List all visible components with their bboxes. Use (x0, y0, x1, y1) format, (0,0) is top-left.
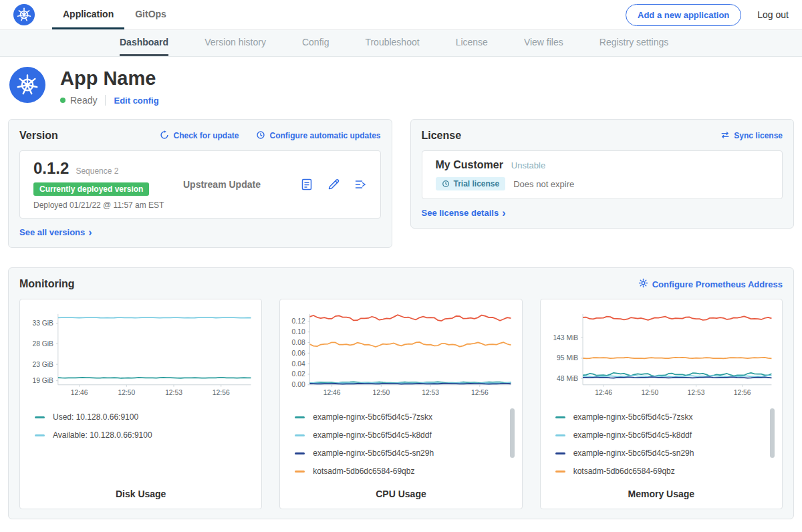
legend-item-example-nginx-5bc6f5d4c5-7zskx: example-nginx-5bc6f5d4c5-7zskx (295, 412, 504, 422)
clock-icon (442, 180, 450, 188)
chart-title-memory-usage: Memory Usage (546, 489, 777, 499)
config-icon[interactable] (327, 178, 340, 191)
channel-label: Unstable (511, 160, 545, 170)
check-for-update-link[interactable]: Check for update (160, 130, 239, 142)
topbar: Application GitOps Add a new application… (0, 0, 802, 30)
schedule-icon (256, 130, 265, 142)
deployed-badge: Currently deployed version (33, 182, 149, 196)
svg-text:12:56: 12:56 (213, 389, 230, 396)
license-card: License Sync license My Customer Unstabl… (410, 119, 795, 229)
chart-card-memory-usage: 48 MiB95 MiB143 MiB12:4612:5012:5312:56e… (540, 299, 783, 509)
chart-legend: example-nginx-5bc6f5d4c5-7zskxexample-ng… (285, 406, 516, 485)
current-version-box: 0.1.2 Sequence 2 Currently deployed vers… (19, 150, 381, 219)
legend-label: example-nginx-5bc6f5d4c5-7zskx (573, 412, 693, 422)
legend-label: example-nginx-5bc6f5d4c5-k8ddf (573, 430, 692, 440)
subnav-tab-config[interactable]: Config (302, 30, 329, 56)
subnav-tab-dashboard[interactable]: Dashboard (120, 30, 168, 56)
legend-item-example-nginx-5bc6f5d4c5-sn29h: example-nginx-5bc6f5d4c5-sn29h (555, 448, 765, 458)
legend-item-example-nginx-5bc6f5d4c5-7zskx: example-nginx-5bc6f5d4c5-7zskx (555, 412, 765, 422)
svg-text:12:53: 12:53 (165, 389, 182, 396)
legend-label: example-nginx-5bc6f5d4c5-sn29h (313, 448, 434, 458)
tab-gitops[interactable]: GitOps (124, 0, 177, 29)
monitoring-card: Monitoring Configure Prometheus Address … (8, 267, 794, 519)
see-all-versions-label: See all versions (19, 227, 85, 237)
sequence-label: Sequence 2 (76, 166, 118, 176)
legend-label: Used: 10.128.0.66:9100 (53, 412, 138, 422)
svg-text:12:53: 12:53 (687, 389, 704, 396)
svg-text:0.10: 0.10 (292, 328, 305, 336)
subnav-tab-registry-settings[interactable]: Registry settings (599, 30, 668, 56)
see-license-details-label: See license details (422, 208, 499, 218)
subnav: DashboardVersion historyConfigTroublesho… (0, 30, 802, 57)
status-dot (60, 98, 65, 103)
kubernetes-logo-icon (13, 4, 35, 25)
chart-legend: Used: 10.128.0.66:9100Available: 10.128.… (25, 406, 256, 485)
legend-label: example-nginx-5bc6f5d4c5-sn29h (573, 448, 694, 458)
app-header: App Name Ready Edit config (0, 57, 802, 116)
configure-prometheus-link[interactable]: Configure Prometheus Address (638, 278, 783, 290)
configure-automatic-updates-link[interactable]: Configure automatic updates (256, 130, 380, 142)
chart-disk-usage: 19 GiB23 GiB28 GiB33 GiB12:4612:5012:531… (25, 307, 256, 406)
legend-dash-icon (555, 434, 565, 436)
release-notes-icon[interactable] (300, 178, 313, 191)
gear-icon (638, 278, 648, 290)
subnav-tab-version-history[interactable]: Version history (205, 30, 266, 56)
license-expiry: Does not expire (513, 179, 574, 189)
chevron-right-icon: › (88, 229, 92, 237)
svg-text:12:46: 12:46 (595, 389, 612, 396)
legend-dash-icon (295, 471, 305, 473)
license-card-title: License (422, 130, 462, 142)
chart-cpu-usage: 0.000.020.040.060.080.100.1212:4612:5012… (285, 307, 516, 406)
legend-dash-icon (555, 471, 565, 473)
svg-text:0.04: 0.04 (292, 360, 305, 368)
chevron-right-icon: › (502, 209, 505, 217)
logout-link[interactable]: Log out (757, 9, 789, 20)
license-type-label: Trial license (454, 179, 500, 188)
svg-text:12:46: 12:46 (323, 389, 341, 396)
legend-scrollbar[interactable] (770, 408, 775, 458)
subnav-tab-troubleshoot[interactable]: Troubleshoot (365, 30, 419, 56)
edit-config-link[interactable]: Edit config (114, 96, 158, 106)
top-tabs: Application GitOps (52, 0, 177, 29)
sync-license-link[interactable]: Sync license (720, 130, 783, 142)
tab-application[interactable]: Application (52, 0, 124, 29)
svg-text:48 MiB: 48 MiB (557, 375, 578, 382)
license-box: My Customer Unstable Trial license Does … (422, 150, 783, 199)
legend-item-used-10-128-0-66-9100: Used: 10.128.0.66:9100 (35, 412, 244, 422)
see-license-details-link[interactable]: See license details › (422, 208, 506, 218)
legend-scrollbar[interactable] (510, 408, 515, 458)
svg-text:19 GiB: 19 GiB (33, 377, 54, 384)
legend-label: example-nginx-5bc6f5d4c5-7zskx (313, 412, 432, 422)
svg-text:0.12: 0.12 (292, 317, 305, 325)
sync-icon (720, 130, 730, 142)
deployed-timestamp: Deployed 01/21/22 @ 11:57 am EST (33, 201, 164, 210)
subnav-tab-license[interactable]: License (456, 30, 488, 56)
legend-label: kotsadm-5db6dc6584-69qbz (313, 467, 414, 476)
svg-text:12:50: 12:50 (118, 389, 135, 396)
svg-text:0.00: 0.00 (292, 381, 305, 388)
legend-item-example-nginx-5bc6f5d4c5-k8ddf: example-nginx-5bc6f5d4c5-k8ddf (555, 430, 765, 440)
legend-dash-icon (295, 452, 305, 454)
svg-text:23 GiB: 23 GiB (33, 361, 54, 368)
status-text: Ready (70, 95, 97, 106)
subnav-tab-view-files[interactable]: View files (524, 30, 563, 56)
legend-item-kotsadm-5db6dc6584-69qbz: kotsadm-5db6dc6584-69qbz (295, 467, 504, 476)
svg-text:0.08: 0.08 (292, 339, 305, 346)
legend-item-available-10-128-0-66-9100: Available: 10.128.0.66:9100 (35, 430, 244, 440)
chart-title-cpu-usage: CPU Usage (285, 489, 516, 499)
legend-dash-icon (35, 434, 45, 436)
svg-text:12:50: 12:50 (373, 389, 390, 396)
svg-text:95 MiB: 95 MiB (557, 354, 578, 362)
configure-prometheus-label: Configure Prometheus Address (652, 279, 783, 289)
svg-text:12:53: 12:53 (422, 389, 440, 396)
version-card: Version Check for update Configure autom… (8, 119, 392, 248)
app-icon (9, 67, 45, 103)
svg-text:12:50: 12:50 (641, 389, 658, 396)
see-all-versions-link[interactable]: See all versions › (19, 227, 92, 237)
customer-name: My Customer (436, 159, 503, 171)
svg-text:0.06: 0.06 (292, 350, 305, 357)
charts-row: 19 GiB23 GiB28 GiB33 GiB12:4612:5012:531… (19, 299, 783, 509)
add-application-button[interactable]: Add a new application (626, 4, 741, 26)
diff-icon[interactable] (354, 178, 367, 191)
legend-dash-icon (295, 416, 305, 418)
